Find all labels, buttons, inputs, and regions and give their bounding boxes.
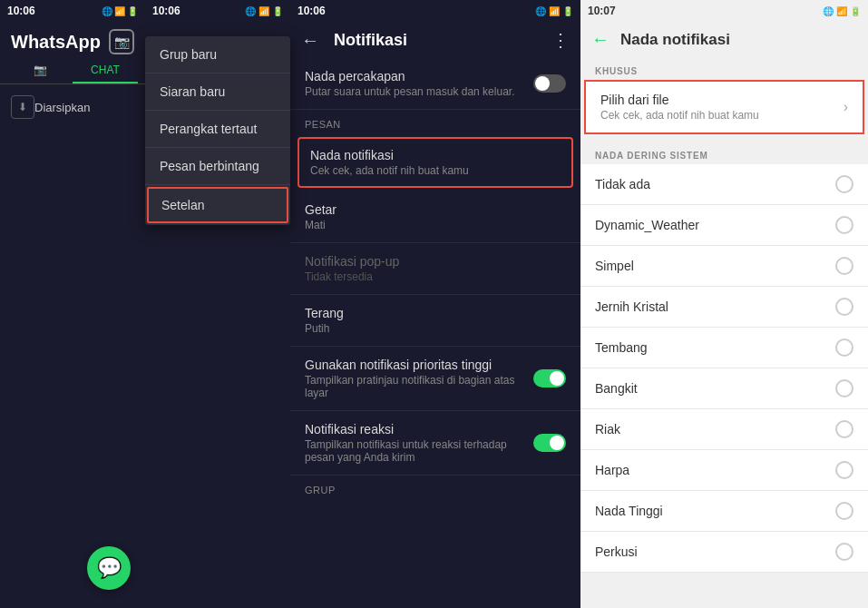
nada-title: Nada notifikasi xyxy=(620,31,730,49)
notif-reaksi[interactable]: Notifikasi reaksi Tampilkan notifikasi u… xyxy=(290,411,580,476)
nada-dynamic-weather[interactable]: Dynamic_Weather xyxy=(580,205,868,246)
bangkit-radio[interactable] xyxy=(835,379,853,397)
terang-label: Terang xyxy=(305,306,566,320)
harpa-label: Harpa xyxy=(595,463,835,477)
nav-archived[interactable]: ⬇ Diarsipkan xyxy=(0,84,145,130)
prioritas-sub: Tampilkan pratinjau notifikasi di bagian… xyxy=(305,374,526,399)
getar-label: Getar xyxy=(305,202,566,217)
pesan-section-label: Pesan xyxy=(290,110,580,133)
dynamic-weather-label: Dynamic_Weather xyxy=(595,218,835,232)
status-bar-4: 10:07 🌐 📶 🔋 xyxy=(580,0,868,22)
terang-sub: Putih xyxy=(305,322,566,335)
menu-item-setelan[interactable]: Setelan xyxy=(147,187,288,223)
tidak-ada-label: Tidak ada xyxy=(595,177,835,191)
menu-item-siaran-baru[interactable]: Siaran baru xyxy=(145,74,290,111)
notif-terang[interactable]: Terang Putih xyxy=(290,295,580,347)
back-button-nada[interactable]: ← xyxy=(591,29,610,50)
earth-icon-1: 🌐 xyxy=(102,6,112,16)
simpel-radio[interactable] xyxy=(835,257,853,275)
pilih-dari-file-sub: Cek cek, ada notif nih buat kamu xyxy=(600,109,844,122)
back-button-notif[interactable]: ← xyxy=(301,30,319,51)
whatsapp-main-panel: 10:06 🌐 📶 🔋 WhatsApp 📷 📷 CHAT ⬇ Diarsipk… xyxy=(0,0,145,608)
nada-percakapan-toggle[interactable] xyxy=(533,74,566,93)
notif-getar[interactable]: Getar Mati xyxy=(290,191,580,243)
grup-section-label: Grup xyxy=(290,476,580,499)
tab-chat[interactable]: CHAT xyxy=(73,58,138,83)
more-options-icon[interactable]: ⋮ xyxy=(551,29,570,51)
menu-item-grup-baru[interactable]: Grup baru xyxy=(145,36,290,74)
reaksi-toggle[interactable] xyxy=(533,434,566,452)
nada-simpel[interactable]: Simpel xyxy=(580,246,868,287)
status-icons-4: 🌐 📶 🔋 xyxy=(823,6,861,16)
nada-tinggi-radio[interactable] xyxy=(835,502,853,520)
context-menu-panel: 10:06 🌐 📶 🔋 Grup baru Siaran baru Perang… xyxy=(145,0,290,608)
status-icons-3: 🌐 📶 🔋 xyxy=(535,6,573,16)
popup-label: Notifikasi pop-up xyxy=(305,254,566,269)
wifi-icon-1: 📶 xyxy=(114,6,125,16)
harpa-radio[interactable] xyxy=(835,461,853,479)
time-3: 10:06 xyxy=(297,5,326,17)
notif-prioritas[interactable]: Gunakan notifikasi prioritas tinggi Tamp… xyxy=(290,347,580,411)
nada-notifikasi-panel: 10:07 🌐 📶 🔋 ← Nada notifikasi KHUSUS Pil… xyxy=(580,0,868,608)
notif-nada-percakapan[interactable]: Nada percakapan Putar suara untuk pesan … xyxy=(290,58,580,110)
prioritas-label: Gunakan notifikasi prioritas tinggi xyxy=(305,358,526,372)
status-bar-2: 10:06 🌐 📶 🔋 xyxy=(145,0,290,22)
reaksi-label: Notifikasi reaksi xyxy=(305,422,526,436)
compose-fab[interactable]: 💬 xyxy=(87,546,131,590)
status-icons-1: 🌐 📶 🔋 xyxy=(102,6,138,16)
nada-perkusi[interactable]: Perkusi xyxy=(580,532,868,573)
nada-dering-section-label: NADA DERING SISTEM xyxy=(580,142,868,164)
nada-tembang[interactable]: Tembang xyxy=(580,328,868,368)
simpel-label: Simpel xyxy=(595,259,835,273)
prioritas-toggle[interactable] xyxy=(533,369,566,387)
app-header: WhatsApp 📷 xyxy=(0,22,145,58)
battery-icon-1: 🔋 xyxy=(127,6,138,16)
menu-item-pesan-berbintang[interactable]: Pesan berbintang xyxy=(145,148,290,185)
nada-riak[interactable]: Riak xyxy=(580,409,868,450)
nada-jernih-kristal[interactable]: Jernih Kristal xyxy=(580,287,868,328)
jernih-kristal-label: Jernih Kristal xyxy=(595,299,835,314)
nada-notif-sub: Cek cek, ada notif nih buat kamu xyxy=(310,164,561,177)
tidak-ada-radio[interactable] xyxy=(835,175,853,193)
pilih-dari-file-item[interactable]: Pilih dari file Cek cek, ada notif nih b… xyxy=(584,80,864,134)
pilih-dari-file-label: Pilih dari file xyxy=(600,93,844,107)
nada-bangkit[interactable]: Bangkit xyxy=(580,368,868,409)
tab-camera[interactable]: 📷 xyxy=(7,58,73,83)
chevron-right-icon: › xyxy=(844,99,848,115)
perkusi-label: Perkusi xyxy=(595,544,835,559)
archive-icon: ⬇ xyxy=(11,95,34,119)
menu-item-perangkat-tertaut[interactable]: Perangkat tertaut xyxy=(145,111,290,148)
bangkit-label: Bangkit xyxy=(595,381,835,396)
nada-tinggi[interactable]: Nada Tinggi xyxy=(580,491,868,532)
time-1: 10:06 xyxy=(7,5,35,17)
notif-nada-notifikasi[interactable]: Nada notifikasi Cek cek, ada notif nih b… xyxy=(297,137,573,188)
nada-tinggi-label: Nada Tinggi xyxy=(595,504,835,518)
nada-content: KHUSUS Pilih dari file Cek cek, ada noti… xyxy=(580,57,868,608)
jernih-kristal-radio[interactable] xyxy=(835,298,853,316)
riak-label: Riak xyxy=(595,422,835,436)
compose-icon: 💬 xyxy=(97,558,122,578)
getar-sub: Mati xyxy=(305,219,566,231)
notif-title: Notifikasi xyxy=(334,31,551,50)
app-title: WhatsApp xyxy=(11,32,101,53)
tembang-label: Tembang xyxy=(595,340,835,355)
status-icons-2: 🌐 📶 🔋 xyxy=(245,6,283,16)
dropdown-menu: Grup baru Siaran baru Perangkat tertaut … xyxy=(145,36,290,225)
reaksi-sub: Tampilkan notifikasi untuk reaksi terhad… xyxy=(305,438,526,464)
time-4: 10:07 xyxy=(588,5,616,17)
dynamic-weather-radio[interactable] xyxy=(835,216,853,234)
nada-percakapan-label: Nada percakapan xyxy=(305,69,514,83)
nada-tidak-ada[interactable]: Tidak ada xyxy=(580,164,868,205)
nada-header: ← Nada notifikasi xyxy=(580,22,868,57)
camera-icon[interactable]: 📷 xyxy=(109,29,134,54)
spacer-1 xyxy=(580,134,868,142)
tab-bar: 📷 CHAT xyxy=(0,58,145,84)
tembang-radio[interactable] xyxy=(835,338,853,357)
riak-radio[interactable] xyxy=(835,420,853,438)
nada-harpa[interactable]: Harpa xyxy=(580,450,868,491)
perkusi-radio[interactable] xyxy=(835,543,853,561)
status-bar-3: 10:06 🌐 📶 🔋 xyxy=(290,0,580,22)
notif-content: Nada percakapan Putar suara untuk pesan … xyxy=(290,58,580,608)
status-bar-1: 10:06 🌐 📶 🔋 xyxy=(0,0,145,22)
notifikasi-panel: 10:06 🌐 📶 🔋 ← Notifikasi ⋮ Nada percakap… xyxy=(290,0,580,608)
